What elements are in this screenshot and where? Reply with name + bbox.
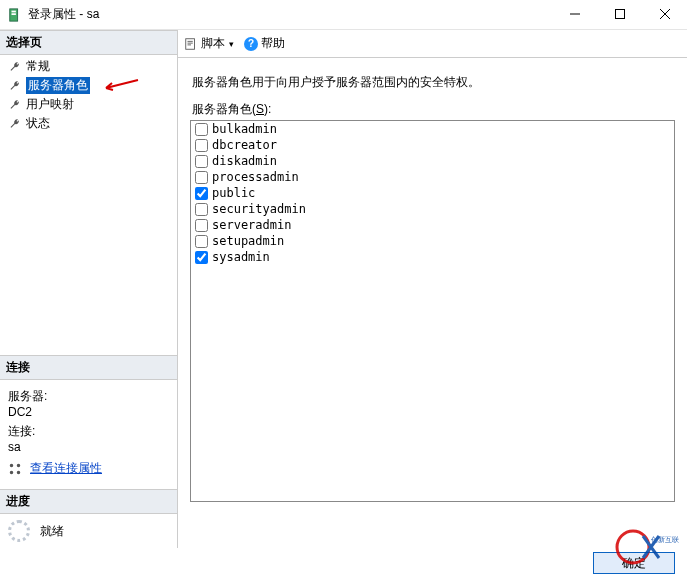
connection-props-icon: [8, 462, 22, 476]
role-checkbox[interactable]: [195, 187, 208, 200]
role-checkbox[interactable]: [195, 123, 208, 136]
sidebar: 选择页 常规 服务器角色 用户映射: [0, 30, 178, 548]
role-name: serveradmin: [212, 218, 291, 232]
roles-listbox[interactable]: bulkadmindbcreatordiskadminprocessadminp…: [190, 120, 675, 502]
wrench-icon: [8, 79, 22, 93]
wrench-icon: [8, 117, 22, 131]
nav-label: 用户映射: [26, 96, 74, 113]
nav-item-general[interactable]: 常规: [4, 57, 173, 76]
role-row[interactable]: bulkadmin: [191, 121, 674, 137]
progress-status: 就绪: [40, 523, 64, 540]
role-row[interactable]: processadmin: [191, 169, 674, 185]
role-row[interactable]: securityadmin: [191, 201, 674, 217]
footer: 确定: [0, 548, 687, 578]
app-icon: [8, 8, 22, 22]
nav-label: 服务器角色: [26, 77, 90, 94]
role-checkbox[interactable]: [195, 203, 208, 216]
content: 选择页 常规 服务器角色 用户映射: [0, 30, 687, 548]
connection-label: 连接:: [8, 423, 169, 440]
server-label: 服务器:: [8, 388, 169, 405]
nav-item-user-mapping[interactable]: 用户映射: [4, 95, 173, 114]
role-name: processadmin: [212, 170, 299, 184]
select-page-header: 选择页: [0, 30, 177, 55]
role-name: securityadmin: [212, 202, 306, 216]
help-icon: ?: [244, 37, 258, 51]
roles-label: 服务器角色(S):: [178, 101, 687, 120]
nav-label: 常规: [26, 58, 50, 75]
nav-item-status[interactable]: 状态: [4, 114, 173, 133]
progress-spinner-icon: [8, 520, 30, 542]
svg-rect-1: [12, 10, 16, 12]
role-checkbox[interactable]: [195, 171, 208, 184]
window-controls: [552, 0, 687, 28]
wrench-icon: [8, 60, 22, 74]
script-label: 脚本: [201, 35, 225, 52]
script-dropdown[interactable]: 脚本 ▾: [184, 35, 234, 52]
svg-rect-7: [186, 38, 195, 49]
role-row[interactable]: diskadmin: [191, 153, 674, 169]
role-name: setupadmin: [212, 234, 284, 248]
minimize-button[interactable]: [552, 0, 597, 28]
connection-header: 连接: [0, 355, 177, 380]
role-name: diskadmin: [212, 154, 277, 168]
nav-list: 常规 服务器角色 用户映射 状态: [0, 55, 177, 143]
svg-rect-2: [12, 13, 16, 15]
help-button[interactable]: ? 帮助: [244, 35, 285, 52]
view-connection-link[interactable]: 查看连接属性: [30, 460, 102, 477]
role-row[interactable]: serveradmin: [191, 217, 674, 233]
connection-value: sa: [8, 440, 169, 454]
window-title: 登录属性 - sa: [28, 6, 99, 23]
role-name: bulkadmin: [212, 122, 277, 136]
role-checkbox[interactable]: [195, 251, 208, 264]
role-checkbox[interactable]: [195, 235, 208, 248]
chevron-down-icon: ▾: [229, 39, 234, 49]
toolbar: 脚本 ▾ ? 帮助: [178, 30, 687, 58]
role-checkbox[interactable]: [195, 155, 208, 168]
nav-item-server-roles[interactable]: 服务器角色: [4, 76, 173, 95]
role-checkbox[interactable]: [195, 139, 208, 152]
main-panel: 脚本 ▾ ? 帮助 服务器角色用于向用户授予服务器范围内的安全特权。 服务器角色…: [178, 30, 687, 548]
help-label: 帮助: [261, 35, 285, 52]
role-name: dbcreator: [212, 138, 277, 152]
role-name: sysadmin: [212, 250, 270, 264]
progress-row: 就绪: [0, 514, 177, 548]
connection-block: 服务器: DC2 连接: sa 查看连接属性: [0, 380, 177, 489]
ok-button[interactable]: 确定: [593, 552, 675, 574]
close-button[interactable]: [642, 0, 687, 28]
role-row[interactable]: dbcreator: [191, 137, 674, 153]
maximize-button[interactable]: [597, 0, 642, 28]
role-row[interactable]: public: [191, 185, 674, 201]
role-checkbox[interactable]: [195, 219, 208, 232]
titlebar: 登录属性 - sa: [0, 0, 687, 30]
svg-rect-4: [615, 10, 624, 19]
script-icon: [184, 37, 198, 51]
role-name: public: [212, 186, 255, 200]
server-value: DC2: [8, 405, 169, 419]
wrench-icon: [8, 98, 22, 112]
progress-header: 进度: [0, 489, 177, 514]
role-row[interactable]: setupadmin: [191, 233, 674, 249]
description-text: 服务器角色用于向用户授予服务器范围内的安全特权。: [178, 58, 687, 101]
nav-label: 状态: [26, 115, 50, 132]
role-row[interactable]: sysadmin: [191, 249, 674, 265]
